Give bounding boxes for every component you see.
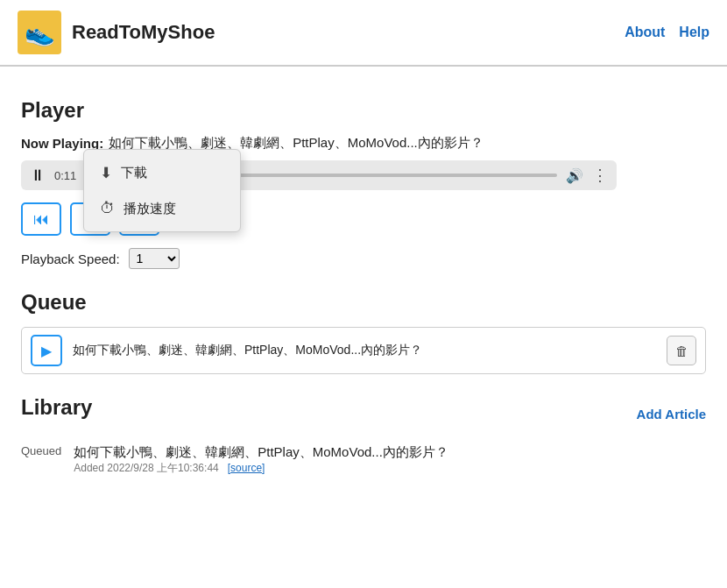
queue-title: Queue [21,290,706,315]
about-link[interactable]: About [625,25,665,40]
queue-item: ▶ 如何下載小鴨、劇迷、韓劇網、PttPlay、MoMoVod...內的影片？ … [21,327,706,374]
queue-delete-button[interactable]: 🗑 [667,336,696,365]
library-title: Library [21,395,92,420]
library-item-meta: Added 2022/9/28 上午10:36:44 [source] [74,461,448,476]
playback-speed-label: Playback Speed: [21,251,120,266]
queue-section: Queue ▶ 如何下載小鴨、劇迷、韓劇網、PttPlay、MoMoVod...… [21,290,706,374]
app-logo: 👟 [18,11,61,54]
playback-speed-row: Playback Speed: 0.5 0.75 1 1.25 1.5 2 [21,248,706,269]
speed-select[interactable]: 0.5 0.75 1 1.25 1.5 2 [129,248,180,269]
queue-play-button[interactable]: ▶ [31,335,62,366]
library-item-added: Added 2022/9/28 上午10:36:44 [74,462,218,474]
queue-delete-icon: 🗑 [675,344,688,358]
back-to-start-icon: ⏮ [33,210,49,229]
download-icon: ⬇ [100,164,112,182]
header-nav: About Help [625,25,709,40]
library-item-details: 如何下載小鴨、劇迷、韓劇網、PttPlay、MoMoVod...內的影片？ Ad… [74,444,448,476]
context-menu-download[interactable]: ⬇ 下載 [84,155,240,191]
help-link[interactable]: Help [679,25,709,40]
header: 👟 ReadToMyShoe About Help [0,0,727,66]
context-menu-speed-label: 播放速度 [124,201,176,217]
back-to-start-button[interactable]: ⏮ [21,202,61,236]
library-item: Queued 如何下載小鴨、劇迷、韓劇網、PttPlay、MoMoVod...內… [21,444,706,476]
main-content: Player Now Playing: 如何下載小鴨、劇迷、韓劇網、PttPla… [0,81,727,493]
queue-play-icon: ▶ [41,343,52,359]
header-left: 👟 ReadToMyShoe [18,11,215,54]
queue-item-title: 如何下載小鴨、劇迷、韓劇網、PttPlay、MoMoVod...內的影片？ [73,343,656,358]
context-menu-speed[interactable]: ⏱ 播放速度 [84,191,240,226]
volume-icon[interactable]: 🔊 [566,167,583,184]
audio-time: 0:11 [54,169,76,182]
more-options-icon[interactable]: ⋮ [592,166,608,185]
library-item-title: 如何下載小鴨、劇迷、韓劇網、PttPlay、MoMoVod...內的影片？ [74,444,448,461]
header-divider [0,66,727,67]
library-section: Library Add Article Queued 如何下載小鴨、劇迷、韓劇網… [21,395,706,476]
app-title: ReadToMyShoe [72,21,215,44]
context-menu-download-label: 下載 [121,165,147,181]
library-item-source-link[interactable]: [source] [228,462,265,474]
library-item-status: Queued [21,444,61,457]
speed-icon: ⏱ [100,200,115,217]
player-title: Player [21,98,706,123]
logo-emoji: 👟 [25,18,55,47]
library-header: Library Add Article [21,395,706,432]
player-section: Player Now Playing: 如何下載小鴨、劇迷、韓劇網、PttPla… [21,98,706,269]
context-menu: ⬇ 下載 ⏱ 播放速度 [83,149,241,232]
add-article-link[interactable]: Add Article [637,407,706,422]
pause-button[interactable]: ⏸ [30,166,46,185]
